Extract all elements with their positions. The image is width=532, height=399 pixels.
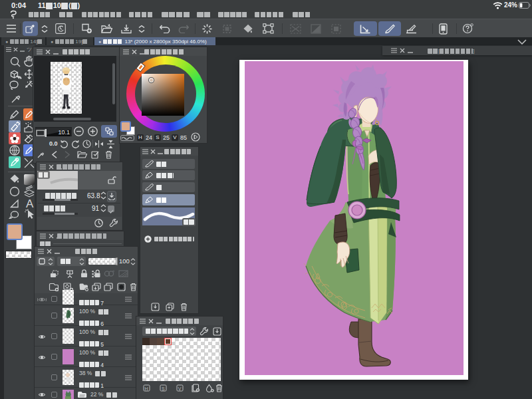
svg-text:H: H [145, 386, 148, 391]
svg-text:S: S [162, 386, 165, 391]
svg-text:A: A [26, 198, 34, 210]
svg-text:V: V [178, 386, 182, 391]
